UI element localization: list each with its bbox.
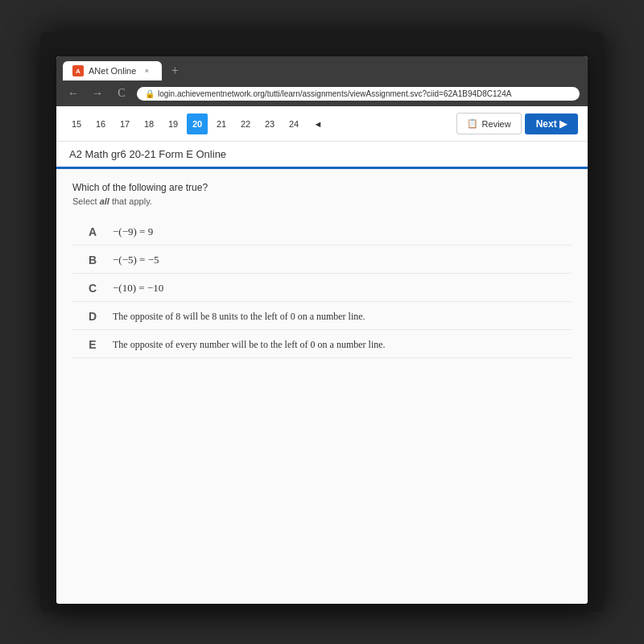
active-tab[interactable]: A ANet Online × bbox=[63, 61, 162, 80]
calendar-icon: 📋 bbox=[467, 118, 478, 129]
address-bar[interactable]: 🔒 login.achievementnetwork.org/tutti/lea… bbox=[137, 87, 580, 101]
q-num-18[interactable]: 18 bbox=[138, 114, 159, 134]
page-title: A2 Math gr6 20-21 Form E Online bbox=[69, 148, 575, 160]
back-button[interactable]: ← bbox=[64, 85, 82, 102]
q-num-19[interactable]: 19 bbox=[163, 114, 184, 134]
answer-letter-e: E bbox=[72, 338, 113, 351]
q-num-15[interactable]: 15 bbox=[66, 114, 87, 134]
q-num-17[interactable]: 17 bbox=[114, 114, 135, 134]
answer-letter-d: D bbox=[72, 310, 113, 323]
answer-row-d[interactable]: D The opposite of 8 will be 8 units to t… bbox=[72, 303, 572, 330]
page-title-bar: A2 Math gr6 20-21 Form E Online bbox=[56, 142, 588, 169]
answer-letter-a: A bbox=[72, 225, 113, 238]
q-num-16[interactable]: 16 bbox=[90, 114, 111, 134]
answer-content-b: −(−5) = −5 bbox=[113, 254, 159, 266]
answer-content-d: The opposite of 8 will be 8 units to the… bbox=[113, 311, 365, 323]
browser-chrome: A ANet Online × + ← → C 🔒 login.achievem… bbox=[56, 56, 588, 106]
question-area: Which of the following are true? Select … bbox=[56, 169, 588, 604]
answer-row-a[interactable]: A −(−9) = 9 bbox=[72, 219, 572, 246]
favicon-icon: A bbox=[72, 65, 84, 76]
new-tab-button[interactable]: + bbox=[165, 61, 184, 80]
nav-arrow[interactable]: ◄ bbox=[308, 114, 328, 134]
refresh-button[interactable]: C bbox=[113, 85, 130, 102]
answer-letter-c: C bbox=[72, 282, 113, 295]
address-text: login.achievementnetwork.org/tutti/learn… bbox=[158, 89, 511, 98]
review-label: Review bbox=[482, 119, 511, 129]
answer-content-c: −(10) = −10 bbox=[113, 282, 163, 295]
browser-window: A ANet Online × + ← → C 🔒 login.achievem… bbox=[56, 56, 588, 604]
lock-icon: 🔒 bbox=[145, 89, 155, 98]
question-nav: 15 16 17 18 19 20 21 22 23 24 ◄ 📋 Review… bbox=[56, 106, 588, 142]
answer-content-a: −(−9) = 9 bbox=[113, 225, 153, 238]
tab-close-button[interactable]: × bbox=[141, 65, 152, 76]
forward-button[interactable]: → bbox=[89, 85, 106, 102]
next-label: Next ▶ bbox=[536, 118, 567, 130]
q-num-20[interactable]: 20 bbox=[187, 114, 208, 134]
tab-title: ANet Online bbox=[89, 66, 136, 76]
instruction-text: Select all that apply. bbox=[72, 196, 572, 206]
q-num-22[interactable]: 22 bbox=[235, 114, 256, 134]
address-bar-row: ← → C 🔒 login.achievementnetwork.org/tut… bbox=[56, 80, 588, 106]
tab-bar: A ANet Online × + bbox=[56, 56, 588, 80]
next-button[interactable]: Next ▶ bbox=[525, 114, 578, 134]
page-content: 15 16 17 18 19 20 21 22 23 24 ◄ 📋 Review… bbox=[56, 106, 588, 604]
answer-row-c[interactable]: C −(10) = −10 bbox=[72, 275, 572, 302]
answer-row-b[interactable]: B −(−5) = −5 bbox=[72, 247, 572, 274]
q-num-24[interactable]: 24 bbox=[283, 114, 304, 134]
answer-choices: A −(−9) = 9 B −(−5) = −5 C −(10) = −10 D… bbox=[72, 219, 572, 358]
instruction-bold: all bbox=[100, 196, 109, 206]
q-num-21[interactable]: 21 bbox=[211, 114, 232, 134]
answer-letter-b: B bbox=[72, 254, 113, 266]
answer-row-e[interactable]: E The opposite of every number will be t… bbox=[72, 332, 572, 358]
monitor-bezel: A ANet Online × + ← → C 🔒 login.achievem… bbox=[40, 32, 604, 612]
answer-content-e: The opposite of every number will be to … bbox=[113, 339, 386, 351]
question-prompt: Which of the following are true? bbox=[72, 182, 572, 193]
q-num-23[interactable]: 23 bbox=[259, 114, 280, 134]
review-button[interactable]: 📋 Review bbox=[456, 113, 522, 134]
